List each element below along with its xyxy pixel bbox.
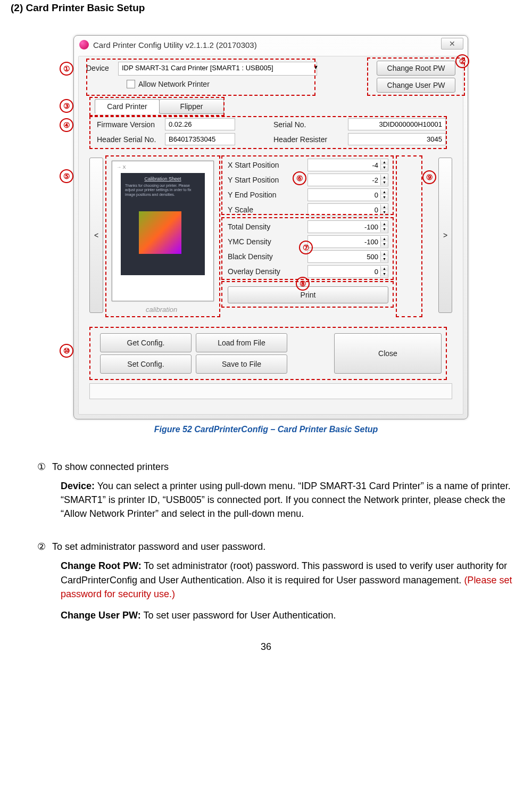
window-titlebar: Card Printer Config Utility v2.1.1.2 (20… — [74, 36, 468, 54]
load-from-file-button[interactable]: Load from File — [196, 333, 287, 352]
calibration-title: Calibration Sheet — [125, 176, 201, 182]
annotation-marker-5: ⑤ — [60, 169, 73, 183]
black-label: Black Density — [228, 252, 273, 261]
fw-label: Firmware Version — [97, 120, 155, 129]
allow-network-checkbox[interactable] — [127, 80, 135, 88]
device-select[interactable]: IDP SMART-31 Card Printer [SMART1 : USB0… — [118, 62, 317, 76]
dropdown-icon[interactable]: ▼ — [313, 64, 319, 70]
nav-right-button[interactable]: > — [438, 158, 452, 313]
config-window: Card Printer Config Utility v2.1.1.2 (20… — [73, 35, 468, 419]
app-icon — [79, 40, 89, 50]
total-field[interactable]: -100▲▼ — [307, 220, 388, 233]
change-root-pw-button[interactable]: Change Root PW — [377, 61, 455, 76]
serial-value: 3DID000000H10001 — [348, 118, 446, 130]
page-number: 36 — [11, 641, 521, 653]
yscale-label: Y Scale — [228, 205, 253, 214]
figure-caption: Figure 52 CardPrinterConfig – Card Print… — [11, 425, 521, 434]
serial-label: Serial No. — [273, 120, 306, 129]
tab-flipper[interactable]: Flipper — [159, 99, 224, 114]
change-user-pw-button[interactable]: Change User PW — [377, 78, 455, 93]
get-config-button[interactable]: Get Config. — [100, 333, 192, 352]
calibration-preview: → X Calibration Sheet Thanks for choosin… — [112, 161, 214, 301]
list-item-1-lead: ① To show connected printers — [37, 460, 516, 474]
ymc-label: YMC Density — [228, 237, 271, 246]
hres-value: 3045 — [348, 133, 446, 145]
hres-label: Header Resister — [273, 135, 327, 144]
yend-field[interactable]: 0▲▼ — [307, 188, 388, 201]
allow-network-label: Allow Network Printer — [138, 80, 210, 88]
list-item-2a-body: Change Root PW: To set administrator (ro… — [61, 559, 516, 600]
close-icon[interactable]: ✕ — [441, 38, 463, 50]
device-label: Device — [86, 64, 109, 72]
xstart-label: X Start Position — [228, 161, 279, 169]
nav-left-button[interactable]: < — [89, 158, 103, 313]
calibration-caption: calibration — [146, 306, 177, 314]
list-item-2b-body: Change User PW: To set user password for… — [61, 608, 516, 622]
annotation-marker-4: ④ — [60, 118, 73, 132]
black-field[interactable]: 500▲▼ — [307, 250, 388, 263]
print-button[interactable]: Print — [228, 286, 388, 303]
config-screenshot: Card Printer Config Utility v2.1.1.2 (20… — [64, 35, 468, 418]
set-config-button[interactable]: Set Config. — [100, 354, 192, 374]
xstart-field[interactable]: -4▲▼ — [307, 159, 388, 171]
ymc-field[interactable]: -100▲▼ — [307, 235, 388, 248]
yend-label: Y End Position — [228, 191, 277, 199]
close-button[interactable]: Close — [334, 333, 442, 374]
annotation-marker-3: ③ — [60, 99, 73, 113]
window-body: Device IDP SMART-31 Card Printer [SMART1… — [78, 56, 463, 415]
status-bar — [89, 383, 452, 399]
list-item-2-lead: ② To set administrator password and user… — [37, 540, 516, 554]
annotation-marker-10: ⑩ — [60, 344, 73, 358]
window-title: Card Printer Config Utility v2.1.1.2 (20… — [93, 40, 257, 50]
section-title: (2) Card Printer Basic Setup — [11, 2, 521, 14]
yscale-field[interactable]: 0▲▼ — [307, 203, 388, 216]
overlay-label: Overlay Density — [228, 267, 280, 276]
annotation-marker-1: ① — [60, 62, 73, 76]
ystart-field[interactable]: -2▲▼ — [307, 174, 388, 186]
overlay-field[interactable]: 0▲▼ — [307, 265, 388, 278]
ystart-label: Y Start Position — [228, 176, 279, 184]
fw-value: 0.02.26 — [165, 118, 235, 130]
hserial-value: B64017353045 — [165, 133, 235, 145]
total-label: Total Density — [228, 222, 270, 231]
list-item-1-body: Device: You can select a printer using p… — [61, 479, 516, 521]
save-to-file-button[interactable]: Save to File — [196, 354, 287, 374]
hserial-label: Header Serial No. — [97, 135, 156, 144]
tab-card-printer[interactable]: Card Printer — [95, 99, 160, 114]
